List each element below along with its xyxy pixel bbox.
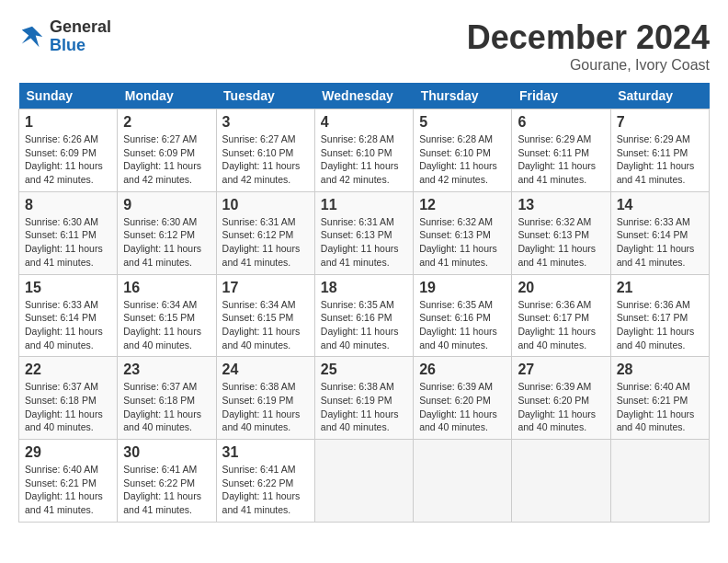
day-number: 15 (25, 280, 111, 296)
header-row: SundayMondayTuesdayWednesdayThursdayFrid… (19, 83, 710, 109)
calendar-cell: 23Sunrise: 6:37 AM Sunset: 6:18 PM Dayli… (118, 357, 216, 440)
day-info: Sunrise: 6:36 AM Sunset: 6:17 PM Dayligh… (617, 298, 703, 352)
calendar-cell: 19Sunrise: 6:35 AM Sunset: 6:16 PM Dayli… (414, 274, 512, 357)
calendar-cell: 27Sunrise: 6:39 AM Sunset: 6:20 PM Dayli… (512, 357, 610, 440)
day-number: 11 (321, 197, 407, 213)
day-number: 12 (419, 197, 506, 213)
day-info: Sunrise: 6:38 AM Sunset: 6:19 PM Dayligh… (321, 380, 407, 434)
calendar-cell: 29Sunrise: 6:40 AM Sunset: 6:21 PM Dayli… (19, 440, 118, 523)
day-info: Sunrise: 6:40 AM Sunset: 6:21 PM Dayligh… (25, 463, 111, 517)
svg-marker-0 (22, 27, 43, 48)
day-number: 10 (222, 197, 309, 213)
calendar-cell: 8Sunrise: 6:30 AM Sunset: 6:11 PM Daylig… (19, 191, 118, 274)
day-number: 25 (321, 362, 407, 378)
calendar-week-3: 15Sunrise: 6:33 AM Sunset: 6:14 PM Dayli… (19, 274, 710, 357)
calendar-cell: 13Sunrise: 6:32 AM Sunset: 6:13 PM Dayli… (512, 191, 610, 274)
logo-icon (18, 23, 46, 51)
day-number: 7 (617, 114, 703, 131)
day-number: 17 (222, 280, 309, 296)
day-number: 21 (617, 280, 703, 296)
calendar-cell: 17Sunrise: 6:34 AM Sunset: 6:15 PM Dayli… (216, 274, 314, 357)
calendar-cell (314, 440, 413, 523)
calendar-week-1: 1Sunrise: 6:26 AM Sunset: 6:09 PM Daylig… (19, 109, 710, 192)
day-number: 20 (518, 280, 604, 296)
day-number: 2 (123, 114, 210, 131)
calendar-cell: 12Sunrise: 6:32 AM Sunset: 6:13 PM Dayli… (414, 191, 512, 274)
day-info: Sunrise: 6:31 AM Sunset: 6:13 PM Dayligh… (321, 215, 407, 270)
calendar-cell: 1Sunrise: 6:26 AM Sunset: 6:09 PM Daylig… (19, 109, 118, 192)
day-number: 19 (419, 280, 506, 296)
day-number: 26 (419, 362, 506, 378)
calendar-cell: 18Sunrise: 6:35 AM Sunset: 6:16 PM Dayli… (314, 274, 413, 357)
logo: General Blue (18, 18, 111, 55)
day-number: 29 (25, 444, 111, 461)
calendar-cell: 14Sunrise: 6:33 AM Sunset: 6:14 PM Dayli… (610, 191, 709, 274)
day-info: Sunrise: 6:38 AM Sunset: 6:19 PM Dayligh… (222, 380, 309, 434)
day-number: 6 (518, 114, 604, 131)
day-info: Sunrise: 6:28 AM Sunset: 6:10 PM Dayligh… (419, 132, 506, 187)
calendar-cell: 30Sunrise: 6:41 AM Sunset: 6:22 PM Dayli… (118, 440, 216, 523)
day-info: Sunrise: 6:34 AM Sunset: 6:15 PM Dayligh… (123, 298, 210, 352)
calendar-cell: 22Sunrise: 6:37 AM Sunset: 6:18 PM Dayli… (19, 357, 118, 440)
day-number: 18 (321, 280, 407, 296)
column-header-monday: Monday (118, 83, 216, 109)
day-info: Sunrise: 6:41 AM Sunset: 6:22 PM Dayligh… (222, 463, 309, 517)
day-number: 24 (222, 362, 309, 378)
calendar-cell: 25Sunrise: 6:38 AM Sunset: 6:19 PM Dayli… (314, 357, 413, 440)
calendar-cell: 31Sunrise: 6:41 AM Sunset: 6:22 PM Dayli… (216, 440, 314, 523)
page-header: General Blue December 2024 Gourane, Ivor… (18, 18, 710, 74)
day-info: Sunrise: 6:32 AM Sunset: 6:13 PM Dayligh… (419, 215, 506, 270)
day-info: Sunrise: 6:29 AM Sunset: 6:11 PM Dayligh… (518, 132, 604, 187)
day-number: 27 (518, 362, 604, 378)
calendar-week-2: 8Sunrise: 6:30 AM Sunset: 6:11 PM Daylig… (19, 191, 710, 274)
day-info: Sunrise: 6:30 AM Sunset: 6:11 PM Dayligh… (25, 215, 111, 270)
column-header-tuesday: Tuesday (216, 83, 314, 109)
calendar-cell: 10Sunrise: 6:31 AM Sunset: 6:12 PM Dayli… (216, 191, 314, 274)
calendar-cell: 28Sunrise: 6:40 AM Sunset: 6:21 PM Dayli… (610, 357, 709, 440)
calendar-cell: 16Sunrise: 6:34 AM Sunset: 6:15 PM Dayli… (118, 274, 216, 357)
calendar-cell: 11Sunrise: 6:31 AM Sunset: 6:13 PM Dayli… (314, 191, 413, 274)
calendar-cell: 2Sunrise: 6:27 AM Sunset: 6:09 PM Daylig… (118, 109, 216, 192)
calendar-cell (512, 440, 610, 523)
calendar-cell: 4Sunrise: 6:28 AM Sunset: 6:10 PM Daylig… (314, 109, 413, 192)
day-info: Sunrise: 6:35 AM Sunset: 6:16 PM Dayligh… (419, 298, 506, 352)
calendar-week-4: 22Sunrise: 6:37 AM Sunset: 6:18 PM Dayli… (19, 357, 710, 440)
column-header-saturday: Saturday (610, 83, 709, 109)
day-info: Sunrise: 6:37 AM Sunset: 6:18 PM Dayligh… (25, 380, 111, 434)
column-header-thursday: Thursday (414, 83, 512, 109)
logo-text: General Blue (50, 18, 111, 55)
day-number: 13 (518, 197, 604, 213)
day-number: 9 (123, 197, 210, 213)
day-info: Sunrise: 6:35 AM Sunset: 6:16 PM Dayligh… (321, 298, 407, 352)
day-number: 22 (25, 362, 111, 378)
calendar-table: SundayMondayTuesdayWednesdayThursdayFrid… (18, 83, 710, 523)
day-info: Sunrise: 6:37 AM Sunset: 6:18 PM Dayligh… (123, 380, 210, 434)
calendar-cell: 5Sunrise: 6:28 AM Sunset: 6:10 PM Daylig… (414, 109, 512, 192)
calendar-cell: 26Sunrise: 6:39 AM Sunset: 6:20 PM Dayli… (414, 357, 512, 440)
calendar-cell (414, 440, 512, 523)
day-info: Sunrise: 6:27 AM Sunset: 6:09 PM Dayligh… (123, 132, 210, 187)
day-info: Sunrise: 6:31 AM Sunset: 6:12 PM Dayligh… (222, 215, 309, 270)
calendar-cell (610, 440, 709, 523)
calendar-cell: 21Sunrise: 6:36 AM Sunset: 6:17 PM Dayli… (610, 274, 709, 357)
day-info: Sunrise: 6:30 AM Sunset: 6:12 PM Dayligh… (123, 215, 210, 270)
day-info: Sunrise: 6:27 AM Sunset: 6:10 PM Dayligh… (222, 132, 309, 187)
calendar-cell: 3Sunrise: 6:27 AM Sunset: 6:10 PM Daylig… (216, 109, 314, 192)
day-info: Sunrise: 6:29 AM Sunset: 6:11 PM Dayligh… (617, 132, 703, 187)
day-number: 14 (617, 197, 703, 213)
day-number: 4 (321, 114, 407, 131)
day-number: 28 (617, 362, 703, 378)
column-header-friday: Friday (512, 83, 610, 109)
calendar-cell: 15Sunrise: 6:33 AM Sunset: 6:14 PM Dayli… (19, 274, 118, 357)
day-info: Sunrise: 6:40 AM Sunset: 6:21 PM Dayligh… (617, 380, 703, 434)
calendar-cell: 7Sunrise: 6:29 AM Sunset: 6:11 PM Daylig… (610, 109, 709, 192)
day-info: Sunrise: 6:39 AM Sunset: 6:20 PM Dayligh… (419, 380, 506, 434)
title-block: December 2024 Gourane, Ivory Coast (467, 18, 710, 74)
location-subtitle: Gourane, Ivory Coast (467, 57, 710, 74)
column-header-wednesday: Wednesday (314, 83, 413, 109)
day-number: 23 (123, 362, 210, 378)
column-header-sunday: Sunday (19, 83, 118, 109)
day-info: Sunrise: 6:26 AM Sunset: 6:09 PM Dayligh… (25, 132, 111, 187)
calendar-cell: 9Sunrise: 6:30 AM Sunset: 6:12 PM Daylig… (118, 191, 216, 274)
day-info: Sunrise: 6:28 AM Sunset: 6:10 PM Dayligh… (321, 132, 407, 187)
